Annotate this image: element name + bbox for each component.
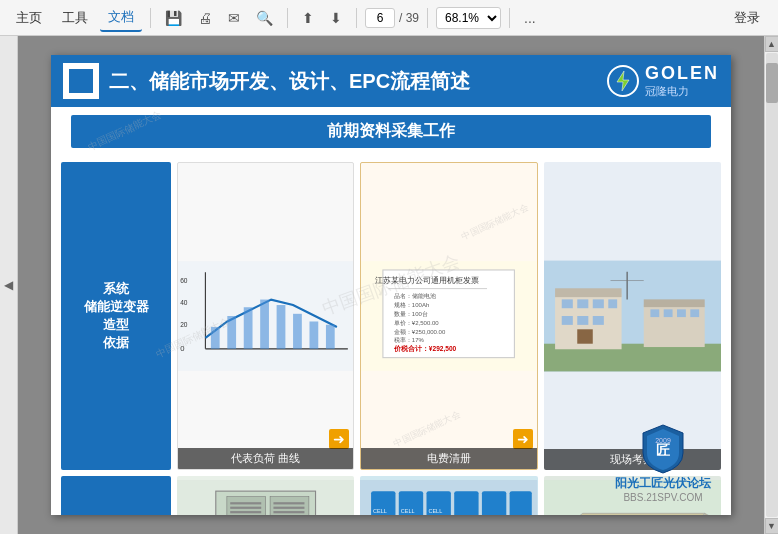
pdf-viewer: 中国国际储能大会 中国国际储能大会 中国国际储能大会 中国国际储能大会 中国国际… — [18, 36, 764, 534]
row2-cell1-image: PWR ON ➜ — [177, 476, 354, 515]
svg-rect-79 — [482, 491, 506, 515]
svg-rect-80 — [510, 491, 532, 515]
toolbar-doc[interactable]: 文档 — [100, 4, 142, 32]
page-header: 二、储能市场开发、设计、EPC流程简述 GOLEN 冠隆电力 — [51, 55, 731, 107]
svg-rect-35 — [561, 316, 572, 325]
svg-text:规格：100Ah: 规格：100Ah — [394, 302, 429, 308]
print-icon[interactable]: 🖨 — [192, 6, 218, 30]
svg-rect-34 — [608, 299, 617, 308]
separator-5 — [509, 8, 510, 28]
svg-rect-43 — [677, 309, 686, 317]
svg-rect-53 — [230, 502, 261, 504]
scroll-thumb[interactable] — [766, 63, 778, 103]
bottom-logo-text1: 阳光工匠光伏论坛 — [615, 475, 711, 492]
row1-cell2-image: 江苏某电力公司通用机柜发票 品名：储能电池 规格：100Ah 数量：100台 单… — [361, 163, 536, 469]
row1-cell1-image: 0 20 40 60 — [178, 163, 353, 469]
down-icon[interactable]: ⬇ — [324, 6, 348, 30]
scroll-up-button[interactable]: ▲ — [765, 36, 779, 52]
save-icon[interactable]: 💾 — [159, 6, 188, 30]
row1-cell2-label: 电费清册 — [361, 448, 536, 469]
page-input[interactable] — [365, 8, 395, 28]
svg-rect-54 — [230, 507, 261, 509]
more-icon[interactable]: ... — [518, 6, 542, 30]
toolbar-tools[interactable]: 工具 — [54, 5, 96, 31]
separator-1 — [150, 8, 151, 28]
svg-text:单价：¥2,500.00: 单价：¥2,500.00 — [394, 320, 439, 326]
svg-rect-9 — [227, 316, 236, 349]
page-total: / 39 — [399, 11, 419, 25]
svg-rect-42 — [663, 309, 672, 317]
svg-rect-57 — [273, 507, 304, 509]
svg-text:CELL: CELL — [429, 508, 443, 514]
logo-top-text: GOLEN — [645, 63, 719, 84]
row2-label: 造型 结论 — [61, 476, 171, 515]
svg-rect-36 — [577, 316, 588, 325]
svg-rect-15 — [326, 325, 335, 349]
svg-text:品名：储能电池: 品名：储能电池 — [394, 293, 436, 299]
separator-3 — [356, 8, 357, 28]
svg-rect-12 — [277, 305, 286, 349]
svg-text:40: 40 — [180, 299, 188, 306]
main-area: ◀ 中国国际储能大会 中国国际储能大会 中国国际储能大会 中国国际储能大会 中国… — [0, 36, 778, 534]
svg-rect-13 — [293, 314, 302, 349]
row2-cell2-image: CELL CELL CELL ➜ — [360, 476, 537, 515]
bottom-logo: 匠 2009 阳光工匠光伏论坛 BBS.21SPV.COM — [615, 423, 711, 503]
section-title: 前期资料采集工作 — [71, 115, 711, 148]
svg-rect-10 — [244, 307, 253, 349]
svg-rect-31 — [561, 299, 572, 308]
page-title: 二、储能市场开发、设计、EPC流程简述 — [109, 68, 607, 95]
logo-bottom-text: 冠隆电力 — [645, 84, 719, 99]
row1-cell2-arrow: ➜ — [513, 429, 533, 449]
svg-rect-55 — [230, 511, 261, 513]
scrollbar: ▲ ▼ — [764, 36, 778, 534]
svg-rect-32 — [577, 299, 588, 308]
svg-rect-40 — [643, 299, 704, 307]
login-button[interactable]: 登录 — [724, 6, 770, 30]
bottom-logo-text2: BBS.21SPV.COM — [623, 492, 702, 503]
logo-circle-icon — [607, 65, 639, 97]
svg-rect-30 — [555, 288, 621, 297]
scroll-down-button[interactable]: ▼ — [765, 518, 779, 534]
search-icon[interactable]: 🔍 — [250, 6, 279, 30]
svg-text:金额：¥250,000.00: 金额：¥250,000.00 — [394, 328, 446, 335]
up-icon[interactable]: ⬆ — [296, 6, 320, 30]
zoom-select[interactable]: 68.1% 100% 150% — [436, 7, 501, 29]
svg-text:匠: 匠 — [656, 442, 670, 458]
page-content: 中国国际储能大会 中国国际储能大会 中国国际储能大会 中国国际储能大会 中国国际… — [51, 55, 731, 515]
toolbar: 主页 工具 文档 💾 🖨 ✉ 🔍 ⬆ ⬇ / 39 68.1% 100% 150… — [0, 0, 778, 36]
separator-2 — [287, 8, 288, 28]
svg-rect-58 — [273, 511, 304, 513]
svg-text:20: 20 — [180, 321, 188, 328]
svg-rect-38 — [577, 329, 593, 343]
svg-marker-0 — [617, 71, 629, 91]
svg-text:税率：17%: 税率：17% — [394, 336, 425, 343]
svg-text:CELL: CELL — [373, 508, 387, 514]
svg-rect-56 — [273, 502, 304, 504]
svg-rect-14 — [309, 321, 318, 348]
svg-text:数量：100台: 数量：100台 — [394, 311, 428, 317]
left-nav-arrow[interactable]: ◀ — [0, 36, 18, 534]
header-icon — [63, 63, 99, 99]
svg-text:0: 0 — [180, 344, 184, 353]
row2-cell2: CELL CELL CELL ➜ 储能容量 — [360, 476, 537, 515]
svg-text:2009: 2009 — [655, 437, 671, 444]
svg-rect-44 — [690, 309, 699, 317]
svg-text:CELL: CELL — [401, 508, 415, 514]
shield-logo-icon: 匠 2009 — [639, 423, 687, 475]
svg-text:江苏某电力公司通用机柜发票: 江苏某电力公司通用机柜发票 — [375, 276, 479, 285]
email-icon[interactable]: ✉ — [222, 6, 246, 30]
logo-row: GOLEN 冠隆电力 — [607, 63, 719, 99]
svg-rect-8 — [211, 327, 220, 349]
row1-cell1-arrow: ➜ — [329, 429, 349, 449]
scroll-track[interactable] — [766, 53, 778, 517]
toolbar-home[interactable]: 主页 — [8, 5, 50, 31]
logo-text: GOLEN 冠隆电力 — [645, 63, 719, 99]
row2-cell1: PWR ON ➜ 储能功率 — [177, 476, 354, 515]
header-icon-inner — [69, 69, 93, 93]
svg-text:60: 60 — [180, 277, 188, 284]
row1-cell1-label: 代表负荷 曲线 — [178, 448, 353, 469]
svg-rect-33 — [592, 299, 603, 308]
row1-cell1: 0 20 40 60 — [177, 162, 354, 470]
svg-text:价税合计：¥292,500: 价税合计：¥292,500 — [393, 344, 457, 353]
company-logo: GOLEN 冠隆电力 — [607, 63, 719, 99]
